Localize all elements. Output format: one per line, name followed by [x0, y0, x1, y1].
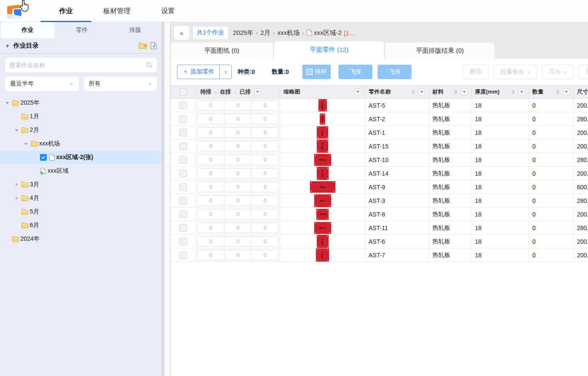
breadcrumb-segment[interactable]: 2月 — [261, 29, 270, 37]
tree-checkbox-checked[interactable] — [40, 154, 47, 161]
fly-nest-button[interactable]: 飞排 — [338, 65, 372, 79]
table-row[interactable]: 000AST-9AST-9热轧板180600.0 — [170, 180, 588, 194]
table-row[interactable]: 000AST-11AST-11热轧板180280.0 — [170, 221, 588, 235]
caret-open-icon[interactable] — [4, 102, 10, 104]
filter-icon[interactable] — [518, 88, 525, 95]
sort-icon[interactable] — [511, 90, 515, 94]
table-row[interactable]: 000AST-6AST-6热轧板180200.0 — [170, 235, 588, 248]
collapse-panel-button[interactable]: « — [174, 26, 189, 40]
filter-icon[interactable] — [418, 88, 425, 95]
pending-count: 0 — [197, 114, 224, 124]
nest-button[interactable]: 排样 — [302, 65, 331, 79]
sort-icon[interactable] — [412, 90, 415, 94]
row-checkbox[interactable] — [179, 251, 187, 259]
tree-item-2024年[interactable]: 2024年 — [0, 232, 162, 246]
breadcrumb-segment[interactable]: xxx机场 — [277, 29, 300, 37]
caret-closed-icon[interactable] — [14, 183, 20, 186]
breadcrumb: 2025年›2月›xxx机场›xxx区域-2[1... — [233, 29, 355, 37]
top-nav-item-0[interactable]: 作业 — [40, 0, 91, 22]
table-row[interactable]: 000AST-3AST-3热轧板180280.0 — [170, 194, 588, 208]
toolbar-button-0[interactable]: 删除 — [463, 65, 489, 79]
row-checkbox[interactable] — [179, 197, 187, 205]
table-row[interactable]: 000AST-14AST-14热轧板180200.0 — [170, 167, 588, 180]
table-row[interactable]: 000AST-8AST-8热轧板180200.0 — [170, 208, 588, 221]
top-nav-item-1[interactable]: 板材管理 — [91, 0, 142, 22]
cell-thumbnail: AST-15 — [280, 140, 365, 153]
header-size: 尺寸 — [574, 85, 588, 98]
filter-icon[interactable] — [563, 88, 570, 95]
hole-dot — [317, 210, 318, 211]
top-nav-item-2[interactable]: 设置 — [142, 0, 193, 22]
search-input[interactable] — [9, 62, 146, 68]
row-checkbox[interactable] — [179, 238, 187, 245]
tree-item-5月[interactable]: 5月 — [0, 205, 162, 219]
toolbar-button-2[interactable]: 导出∨ — [542, 65, 574, 79]
sidebar-tab-2[interactable]: 排版 — [108, 22, 162, 38]
filter-icon[interactable] — [355, 88, 361, 95]
panel-divider[interactable] — [162, 22, 170, 376]
job-directory-title: 作业目录 — [13, 42, 139, 50]
fly-transfer-button[interactable]: 飞传 — [378, 65, 412, 79]
row-checkbox[interactable] — [179, 142, 187, 150]
sort-icon[interactable] — [454, 90, 457, 94]
parts-table: 待排- 在排- 已排 缩略图 零件名称 材料 — [170, 85, 588, 262]
sidebar-tab-1[interactable]: 零件 — [55, 22, 109, 38]
main-tab-2[interactable]: 平面排版结果 (0) — [385, 43, 494, 59]
breadcrumb-segment[interactable]: 2025年 — [233, 29, 253, 37]
tree-item-label: 5月 — [30, 208, 39, 216]
main-tab-0[interactable]: 平面图纸 (0) — [170, 43, 273, 59]
cell-status-counts: 000 — [196, 140, 280, 153]
tree-item-xxx区域[interactable]: xxx区域 — [0, 164, 162, 178]
toolbar-right-buttons: 删除批量修改∨导出∨更 — [463, 65, 588, 79]
sort-icon[interactable] — [556, 90, 560, 94]
table-row[interactable]: 000AST-1AST-1热轧板180200.0 — [170, 126, 588, 140]
table-row[interactable]: 000AST-7AST-7热轧板180200.0 — [170, 248, 588, 262]
tree-item-3月[interactable]: 3月 — [0, 178, 162, 191]
table-row[interactable]: 000AST-10AST-10热轧板180280.0 — [170, 153, 588, 167]
row-checkbox[interactable] — [179, 156, 187, 164]
main-tab-1[interactable]: 平面零件 (12) — [274, 41, 384, 59]
breadcrumb-current[interactable]: xxx区域-2 — [314, 29, 342, 37]
filter-icon[interactable] — [461, 88, 468, 95]
add-part-button[interactable]: ＋ 添加零件 ∨ — [177, 65, 232, 79]
caret-open-icon[interactable] — [14, 129, 20, 131]
tree-item-4月[interactable]: 4月 — [0, 191, 162, 205]
collapse-chevron-icon[interactable]: ▼ — [5, 43, 10, 48]
hole-dot — [315, 232, 316, 233]
main-panel: « 共1个作业 2025年›2月›xxx机场›xxx区域-2[1... 平面图纸… — [170, 22, 588, 376]
sidebar-tab-0[interactable]: 作业 — [1, 22, 54, 38]
tree-item-xxx机场[interactable]: xxx机场 — [0, 137, 162, 151]
table-row[interactable]: 000AST-5AST-5热轧板180200.0 — [170, 99, 588, 112]
select-all-checkbox[interactable] — [179, 88, 187, 96]
job-count-chip[interactable]: 共1个作业 — [192, 26, 229, 40]
tree-item-1月[interactable]: 1月 — [0, 110, 162, 123]
row-checkbox[interactable] — [179, 224, 187, 232]
filter-icon[interactable] — [254, 88, 261, 95]
add-part-dropdown[interactable]: ∨ — [220, 65, 231, 79]
hole-dot — [325, 100, 326, 101]
tree-item-6月[interactable]: 6月 — [0, 219, 162, 232]
toolbar-button-1[interactable]: 批量修改∨ — [493, 65, 537, 79]
tree-item-2月[interactable]: 2月 — [0, 123, 162, 137]
time-range-select[interactable]: 最近半年 ∨ — [5, 77, 79, 91]
cell-part-name: AST-11 — [365, 221, 429, 234]
row-checkbox[interactable] — [179, 102, 187, 109]
toolbar-button-3[interactable]: 更 — [578, 65, 588, 79]
row-checkbox[interactable] — [179, 129, 187, 137]
cell-part-name: AST-5 — [365, 99, 429, 112]
tree-item-2025年[interactable]: 2025年 — [0, 96, 162, 110]
tree-item-xxx区域-2(张)[interactable]: xxx区域-2(张) — [0, 151, 162, 164]
add-file-icon[interactable] — [151, 42, 157, 49]
cell-status-counts: 000 — [196, 221, 280, 234]
folder-icon — [21, 182, 28, 188]
table-row[interactable]: 000AST-2AST-2热轧板180280.0 — [170, 112, 588, 126]
type-filter-select[interactable]: 所有 ∨ — [84, 77, 157, 91]
row-checkbox[interactable] — [179, 115, 187, 123]
caret-open-icon[interactable] — [23, 143, 29, 145]
caret-closed-icon[interactable] — [14, 197, 20, 200]
table-row[interactable]: 000AST-15AST-15热轧板180200.0 — [170, 140, 588, 153]
row-checkbox[interactable] — [179, 170, 187, 177]
row-checkbox[interactable] — [179, 183, 187, 191]
add-folder-icon[interactable] — [139, 42, 147, 49]
row-checkbox[interactable] — [179, 211, 187, 218]
